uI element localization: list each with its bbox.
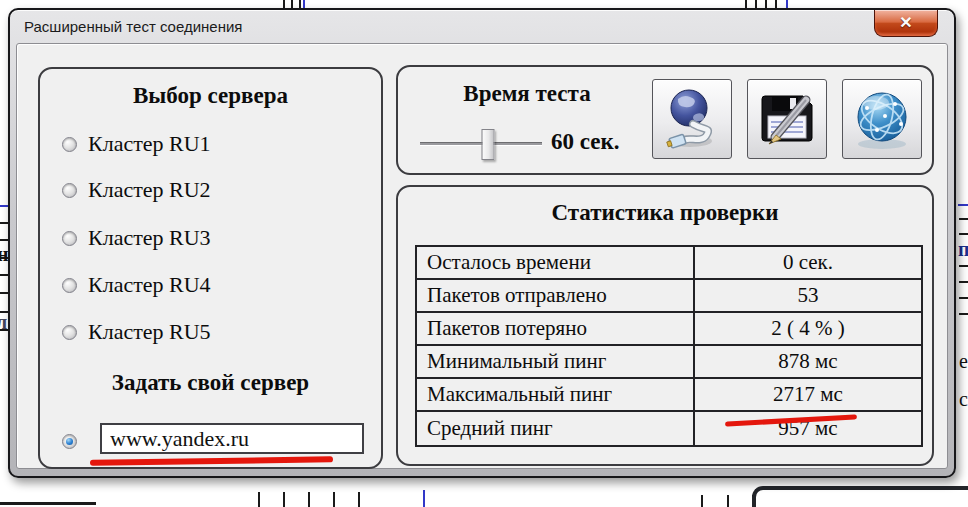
dialog-content: Выбор сервера Кластер RU1 Кластер RU2 Кл…: [16, 43, 948, 469]
stat-label: Осталось времени: [417, 247, 695, 278]
bg-letter: п: [958, 238, 968, 261]
stat-label: Минимальный пинг: [417, 346, 695, 377]
test-time-panel: Время теста 60 сек.: [396, 65, 934, 175]
radio-cluster-ru3[interactable]: Кластер RU3: [62, 226, 211, 250]
bg-letter: е: [959, 350, 968, 373]
red-underline-annotation: [90, 456, 333, 465]
stat-label: Пакетов отправлено: [417, 280, 695, 311]
bg-letter: с: [959, 388, 968, 411]
network-button[interactable]: [842, 79, 922, 159]
stat-label: Средний пинг: [417, 412, 695, 445]
stat-label: Пакетов потеряно: [417, 313, 695, 344]
server-panel-title: Выбор сервера: [40, 83, 381, 109]
screen: н л п е с Расширенный тест соединения ✕: [0, 0, 968, 507]
radio-button[interactable]: [62, 325, 77, 340]
test-time-title: Время теста: [408, 81, 646, 107]
title-bar: Расширенный тест соединения ✕: [10, 10, 954, 43]
time-slider-value: 60 сек.: [551, 129, 619, 155]
background-window-corner: [752, 486, 968, 507]
close-icon: ✕: [899, 14, 912, 31]
table-row: Пакетов потеряно 2 ( 4 % ): [417, 313, 921, 346]
table-row: Максимальный пинг 2717 мс: [417, 379, 921, 412]
network-globe-icon: [849, 86, 915, 152]
stats-panel: Статистика проверки Осталось времени 0 с…: [396, 185, 934, 466]
stat-value: 0 сек.: [695, 247, 921, 278]
radio-custom-server[interactable]: [62, 429, 77, 453]
bg-letter: л: [0, 311, 7, 334]
start-test-button[interactable]: [652, 79, 732, 159]
time-slider[interactable]: [420, 142, 542, 146]
stat-value: 53: [695, 280, 921, 311]
custom-server-title: Задать свой сервер: [40, 370, 381, 396]
table-row: Минимальный пинг 878 мс: [417, 346, 921, 379]
server-panel: Выбор сервера Кластер RU1 Кластер RU2 Кл…: [38, 67, 383, 469]
stat-label: Максимальный пинг: [417, 379, 695, 410]
stat-value: 2 ( 4 % ): [695, 313, 921, 344]
floppy-pencil-icon: [755, 87, 819, 151]
radio-label: Кластер RU3: [88, 225, 211, 251]
stat-value: 878 мс: [695, 346, 921, 377]
radio-button[interactable]: [62, 434, 77, 449]
radio-label: Кластер RU4: [88, 272, 211, 298]
table-row: Осталось времени 0 сек.: [417, 247, 921, 280]
radio-cluster-ru4[interactable]: Кластер RU4: [62, 273, 211, 297]
radio-cluster-ru2[interactable]: Кластер RU2: [62, 178, 211, 202]
window-title: Расширенный тест соединения: [24, 18, 243, 35]
time-slider-thumb[interactable]: [482, 129, 495, 160]
stats-panel-title: Статистика проверки: [398, 200, 932, 226]
dialog-window: Расширенный тест соединения ✕ Выбор серв…: [8, 8, 956, 478]
radio-button[interactable]: [62, 278, 77, 293]
radio-label: Кластер RU5: [88, 319, 211, 345]
globe-cable-icon: [660, 87, 724, 151]
radio-label: Кластер RU1: [88, 131, 211, 157]
radio-button[interactable]: [62, 183, 77, 198]
custom-server-input[interactable]: [100, 423, 364, 454]
close-button[interactable]: ✕: [874, 10, 938, 37]
radio-cluster-ru1[interactable]: Кластер RU1: [62, 132, 211, 156]
radio-cluster-ru5[interactable]: Кластер RU5: [62, 320, 211, 344]
radio-label: Кластер RU2: [88, 177, 211, 203]
save-report-button[interactable]: [747, 79, 827, 159]
radio-button[interactable]: [62, 137, 77, 152]
stat-value: 2717 мс: [695, 379, 921, 410]
table-row: Пакетов отправлено 53: [417, 280, 921, 313]
radio-button[interactable]: [62, 231, 77, 246]
